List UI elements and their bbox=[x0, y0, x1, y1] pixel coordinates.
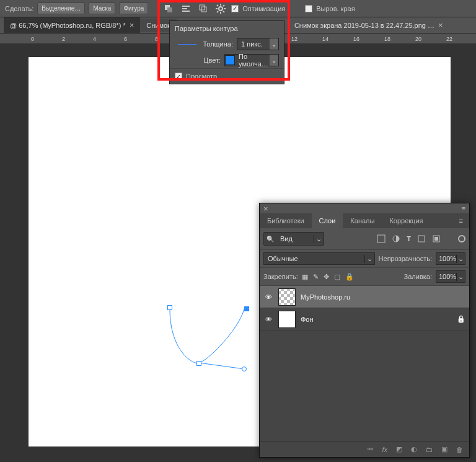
gear-icon[interactable] bbox=[214, 2, 227, 16]
layer-thumbnail[interactable] bbox=[278, 311, 296, 328]
align-edges-label: Выров. края bbox=[316, 5, 355, 12]
mask-icon[interactable]: ◩ bbox=[396, 445, 402, 453]
blend-opacity-row: Обычные Непрозрачность: 100% bbox=[260, 250, 469, 268]
delete-icon[interactable]: 🗑 bbox=[456, 446, 463, 453]
path-anchor[interactable] bbox=[196, 361, 201, 366]
doc-tab-2-label: Снимок bbox=[146, 22, 170, 29]
svg-rect-3 bbox=[182, 8, 187, 9]
lock-transparency-icon[interactable]: ▦ bbox=[302, 273, 308, 281]
color-combo[interactable]: По умолча… bbox=[224, 54, 279, 66]
fill-value: 100% bbox=[436, 273, 456, 280]
lock-all-icon[interactable]: 🔒 bbox=[345, 273, 354, 281]
chevron-down-icon[interactable] bbox=[456, 255, 465, 263]
svg-rect-2 bbox=[182, 6, 190, 7]
doc-tab-3-label: Снимок экрана 2019-05-13 в 22.47.25.png … bbox=[294, 22, 434, 29]
shape-button[interactable]: Фигура bbox=[119, 2, 148, 14]
preview-checkbox[interactable] bbox=[175, 73, 182, 80]
path-anchor[interactable] bbox=[167, 305, 172, 310]
adjust-layer-icon[interactable]: ◐ bbox=[411, 445, 417, 453]
doc-tab-1-label: @ 66,7% (MyPhotoshop.ru, RGB/8*) * bbox=[10, 22, 126, 29]
filter-toggle[interactable] bbox=[458, 235, 465, 242]
lock-icon[interactable] bbox=[457, 315, 465, 323]
close-icon[interactable] bbox=[130, 20, 134, 30]
group-icon[interactable]: 🗀 bbox=[426, 446, 433, 453]
optimization-label: Оптимизация bbox=[242, 5, 285, 12]
path-options-popup: Параметры контура Толщина: 1 пикс. Цвет:… bbox=[169, 20, 284, 84]
layer-name[interactable]: MyPhotoshop.ru bbox=[301, 293, 350, 301]
filter-smart-icon[interactable] bbox=[432, 234, 441, 243]
fill-combo[interactable]: 100% bbox=[436, 270, 465, 283]
stroke-preview-icon bbox=[178, 44, 196, 45]
optimization-checkbox[interactable] bbox=[231, 5, 239, 12]
blend-mode-combo[interactable]: Обычные bbox=[263, 252, 375, 265]
flyout-icon[interactable]: ≡ bbox=[462, 205, 465, 212]
ruler-tick: 22 bbox=[446, 36, 452, 42]
new-layer-icon[interactable]: ▣ bbox=[441, 445, 447, 453]
svg-line-13 bbox=[223, 11, 224, 12]
filter-adjust-icon[interactable] bbox=[392, 234, 400, 243]
lock-label: Закрепить: bbox=[263, 273, 298, 280]
layer-filter-row: Вид T bbox=[260, 228, 469, 250]
ruler-tick: 16 bbox=[353, 36, 359, 42]
color-value: По умолча… bbox=[235, 53, 270, 68]
visibility-icon[interactable] bbox=[263, 316, 273, 323]
lock-paint-icon[interactable]: ✎ bbox=[313, 273, 319, 281]
chevron-down-icon[interactable] bbox=[270, 38, 278, 50]
filter-shape-icon[interactable] bbox=[417, 234, 426, 243]
doc-tab-1[interactable]: @ 66,7% (MyPhotoshop.ru, RGB/8*) * bbox=[4, 17, 140, 33]
preview-label: Просмотр bbox=[186, 73, 217, 80]
panel-menu-icon[interactable]: ≡ bbox=[453, 213, 469, 228]
layers-list: MyPhotoshop.ru Фон bbox=[260, 286, 469, 441]
lock-artboard-icon[interactable]: ▢ bbox=[334, 273, 340, 281]
filter-type-icon[interactable]: T bbox=[407, 235, 411, 242]
blend-mode-value: Обычные bbox=[264, 255, 364, 262]
selection-button[interactable]: Выделение… bbox=[37, 2, 85, 14]
align-edges-checkbox[interactable] bbox=[305, 5, 312, 12]
svg-rect-17 bbox=[377, 235, 385, 242]
chevron-down-icon[interactable] bbox=[270, 55, 278, 66]
lock-position-icon[interactable]: ✥ bbox=[324, 273, 329, 281]
visibility-icon[interactable] bbox=[263, 293, 273, 301]
panel-header[interactable]: ≡ bbox=[260, 203, 469, 213]
ruler-tick: 18 bbox=[384, 36, 390, 42]
lock-fill-row: Закрепить: ▦ ✎ ✥ ▢ 🔒 Заливка: 100% bbox=[260, 268, 469, 286]
thickness-combo[interactable]: 1 пикс. bbox=[237, 38, 279, 50]
path-anchor-selected[interactable] bbox=[244, 306, 249, 311]
fx-icon[interactable]: fx bbox=[382, 446, 387, 453]
options-bar: Сделать: Выделение… Маска Фигура Оптимиз… bbox=[0, 0, 476, 17]
chevron-down-icon[interactable] bbox=[364, 255, 374, 263]
layer-row[interactable]: MyPhotoshop.ru bbox=[260, 286, 469, 308]
close-icon[interactable] bbox=[263, 204, 268, 213]
svg-line-14 bbox=[217, 11, 218, 12]
link-layers-icon[interactable]: ⚯ bbox=[368, 445, 373, 453]
layer-thumbnail[interactable] bbox=[278, 288, 296, 306]
arrange-icon[interactable] bbox=[196, 2, 210, 16]
path-direction-point[interactable] bbox=[242, 366, 247, 371]
close-icon[interactable] bbox=[438, 20, 443, 30]
tab-layers[interactable]: Слои bbox=[312, 213, 343, 228]
path-ops-icon[interactable] bbox=[162, 2, 175, 16]
align-icon[interactable] bbox=[179, 2, 193, 16]
tab-libraries[interactable]: Библиотеки bbox=[260, 213, 312, 228]
filter-type-combo[interactable]: Вид bbox=[263, 232, 324, 246]
chevron-down-icon[interactable] bbox=[456, 273, 465, 281]
search-icon bbox=[264, 235, 276, 242]
fill-label: Заливка: bbox=[404, 273, 432, 280]
ruler-tick: 0 bbox=[31, 36, 34, 42]
opacity-combo[interactable]: 100% bbox=[436, 252, 465, 265]
filter-pixel-icon[interactable] bbox=[377, 234, 386, 243]
thickness-label: Толщина: bbox=[203, 40, 233, 48]
chevron-down-icon[interactable] bbox=[314, 235, 324, 243]
svg-line-15 bbox=[223, 5, 224, 6]
layer-row[interactable]: Фон bbox=[260, 308, 469, 331]
svg-rect-4 bbox=[182, 11, 190, 12]
svg-rect-19 bbox=[418, 236, 425, 242]
tab-channels[interactable]: Каналы bbox=[343, 213, 382, 228]
mask-button[interactable]: Маска bbox=[89, 2, 115, 14]
tab-correction[interactable]: Коррекция bbox=[382, 213, 430, 228]
ruler-tick: 8 bbox=[155, 36, 158, 42]
doc-tab-3[interactable]: Снимок экрана 2019-05-13 в 22.47.25.png … bbox=[288, 17, 449, 33]
layer-name[interactable]: Фон bbox=[301, 316, 314, 323]
svg-point-7 bbox=[219, 7, 223, 11]
filter-type-value: Вид bbox=[276, 235, 314, 242]
